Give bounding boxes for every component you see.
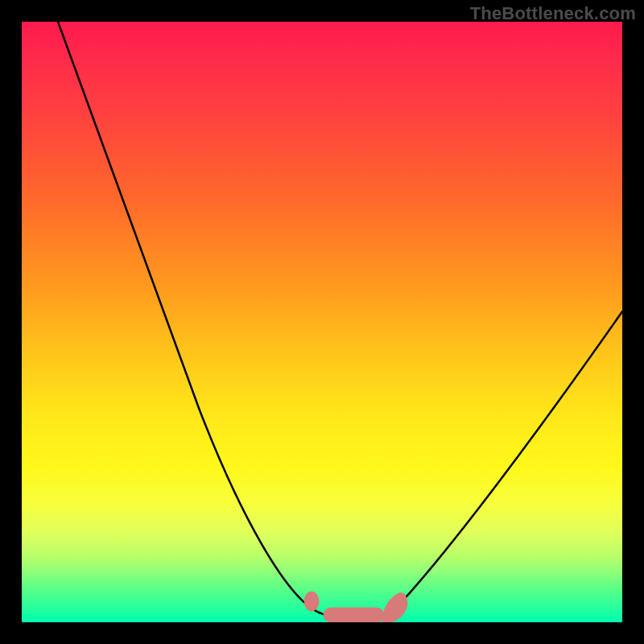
marker-band — [304, 592, 407, 622]
svg-point-0 — [304, 592, 319, 611]
plot-area — [22, 22, 622, 622]
watermark-text: TheBottleneck.com — [470, 3, 636, 24]
curve-path — [58, 22, 622, 617]
svg-rect-1 — [324, 608, 384, 622]
bottleneck-curve — [22, 22, 622, 622]
chart-frame: TheBottleneck.com — [0, 0, 644, 644]
